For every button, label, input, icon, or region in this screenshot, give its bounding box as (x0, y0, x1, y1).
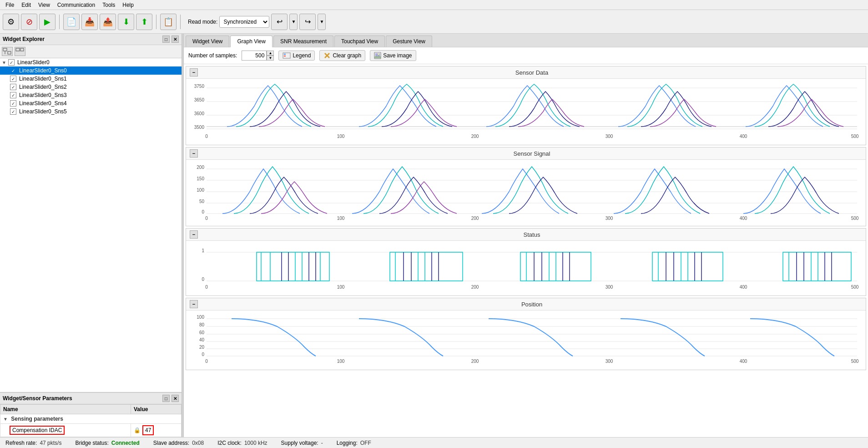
params-col-value: Value (131, 405, 182, 414)
graph-toolbar: Number of samples: ▲ ▼ Legend (184, 47, 868, 64)
params-group-row: ▼ Sensing parameters (0, 414, 182, 424)
clear-graph-icon (323, 52, 331, 59)
position-collapse-btn[interactable]: − (190, 300, 198, 308)
readmode-select[interactable]: Synchronized Free Running (219, 16, 269, 28)
slave-address-value: 0x08 (192, 440, 204, 446)
svg-text:300: 300 (606, 134, 613, 139)
params-compensation-row: Compensation IDAC 🔒 47 (0, 424, 182, 437)
tab-snr-measurement[interactable]: SNR Measurement (273, 36, 333, 47)
logging-value: OFF (360, 440, 371, 446)
widget-collapse-all-btn[interactable] (15, 47, 25, 56)
tab-gesture-view[interactable]: Gesture View (386, 36, 432, 47)
redo-dropdown[interactable]: ▼ (318, 14, 326, 30)
maximize-icon[interactable]: □ (162, 36, 170, 43)
samples-field[interactable] (242, 51, 267, 61)
legend-icon (283, 52, 291, 59)
menu-tools[interactable]: Tools (99, 1, 119, 9)
close-icon[interactable]: ✕ (172, 36, 179, 43)
tab-touchpad-view[interactable]: Touchpad View (334, 36, 385, 47)
menu-communication[interactable]: Communication (54, 1, 99, 9)
position-header: − Position (186, 298, 866, 311)
params-close-icon[interactable]: ✕ (172, 395, 179, 402)
svg-text:0: 0 (202, 209, 204, 214)
sensor-signal-title: Sensor Signal (202, 150, 862, 157)
menu-view[interactable]: View (35, 1, 54, 9)
redo-button[interactable]: ↪ (299, 14, 316, 30)
tree-item-linearslider0[interactable]: ▼ ✓ LinearSlider0 (0, 58, 182, 66)
undo-dropdown[interactable]: ▼ (289, 14, 298, 30)
stop-button[interactable]: ⊘ (21, 14, 37, 30)
sensor-data-title: Sensor Data (202, 69, 862, 76)
tree-item-sns3[interactable]: ✓ LinearSlider0_Sns3 (0, 91, 182, 99)
sensor-data-header: − Sensor Data (186, 66, 866, 79)
tree-check-sns2[interactable]: ✓ (10, 84, 16, 90)
tree-item-sns1[interactable]: ✓ LinearSlider0_Sns1 (0, 75, 182, 83)
i2c-clock-item: I2C clock: 1000 kHz (217, 440, 267, 446)
widget-explorer-tree: ▼ ✓ LinearSlider0 ✓ LinearSlider0_Sns0 ✓… (0, 58, 182, 392)
toolbar-separator-2 (156, 15, 156, 29)
position-title: Position (202, 301, 862, 308)
menu-edit[interactable]: Edit (18, 1, 35, 9)
legend-label: Legend (293, 52, 311, 59)
legend-button[interactable]: Legend (278, 51, 315, 61)
graphs-container: − Sensor Data 3750 3650 3600 3500 (184, 64, 868, 437)
status-title: Status (202, 231, 862, 238)
toolbar: ⚙ ⊘ ▶ 📄 📥 📤 ⬇ ⬆ 📋 Read mode: Synchronize… (0, 10, 868, 34)
menu-help[interactable]: Help (119, 1, 137, 9)
params-value-cell: 🔒 47 (134, 425, 178, 435)
params-group-arrow[interactable]: ▼ (3, 417, 8, 422)
run-button[interactable]: ▶ (39, 14, 56, 30)
tab-graph-view[interactable]: Graph View (230, 36, 272, 47)
save-image-button[interactable]: Save image (370, 50, 416, 61)
tree-label-sns5: LinearSlider0_Sns5 (19, 108, 67, 115)
spin-down[interactable]: ▼ (267, 56, 274, 61)
svg-text:400: 400 (740, 359, 747, 364)
svg-text:200: 200 (197, 165, 204, 170)
clear-graph-button[interactable]: Clear graph (319, 50, 365, 61)
tree-check-sns5[interactable]: ✓ (10, 108, 16, 115)
svg-text:50: 50 (199, 199, 205, 204)
svg-rect-52 (257, 252, 329, 281)
download-button[interactable]: ⬇ (118, 14, 134, 30)
params-title: Widget/Sensor Parameters (3, 395, 72, 402)
svg-text:0: 0 (205, 216, 208, 221)
svg-text:3500: 3500 (194, 125, 205, 130)
undo-button[interactable]: ↩ (271, 14, 288, 30)
import-button[interactable]: 📥 (81, 14, 98, 30)
svg-text:0: 0 (202, 352, 204, 357)
open-button[interactable]: 📄 (63, 14, 80, 30)
supply-voltage-item: Supply voltage: - (281, 440, 323, 446)
refresh-rate-item: Refresh rate: 47 pkts/s (5, 440, 61, 446)
tree-item-sns0[interactable]: ✓ LinearSlider0_Sns0 (0, 66, 182, 75)
tree-check-sns1[interactable]: ✓ (10, 76, 16, 82)
tree-item-sns4[interactable]: ✓ LinearSlider0_Sns4 (0, 99, 182, 107)
tab-widget-view[interactable]: Widget View (186, 36, 229, 47)
svg-text:500: 500 (851, 216, 859, 221)
report-button[interactable]: 📋 (160, 14, 177, 30)
export-button[interactable]: 📤 (100, 14, 116, 30)
slave-address-label: Slave address: (153, 440, 189, 446)
settings-button[interactable]: ⚙ (3, 14, 19, 30)
sensor-signal-canvas: 200 150 100 50 0 0 100 200 300 (186, 160, 866, 226)
svg-text:3600: 3600 (194, 111, 205, 116)
widget-expand-all-btn[interactable] (2, 47, 13, 56)
lock-icon: 🔒 (134, 427, 141, 433)
sensor-signal-collapse-btn[interactable]: − (190, 149, 198, 158)
tree-check-sns4[interactable]: ✓ (10, 100, 16, 107)
svg-text:150: 150 (197, 176, 204, 181)
tree-item-sns2[interactable]: ✓ LinearSlider0_Sns2 (0, 83, 182, 91)
tree-check-sns0[interactable]: ✓ (10, 67, 16, 74)
tree-item-sns5[interactable]: ✓ LinearSlider0_Sns5 (0, 107, 182, 116)
spin-up[interactable]: ▲ (267, 51, 274, 56)
menu-file[interactable]: File (2, 1, 18, 9)
tree-check-linearslider0[interactable]: ✓ (8, 59, 15, 66)
svg-text:200: 200 (471, 216, 479, 221)
sensor-data-canvas: 3750 3650 3600 3500 0 100 200 300 (186, 79, 866, 145)
upload-button[interactable]: ⬆ (136, 14, 152, 30)
sensor-data-collapse-btn[interactable]: − (190, 68, 198, 76)
status-collapse-btn[interactable]: − (190, 230, 198, 239)
params-maximize-icon[interactable]: □ (162, 395, 170, 402)
tree-check-sns3[interactable]: ✓ (10, 92, 16, 98)
svg-text:500: 500 (851, 134, 859, 139)
compensation-value[interactable]: 47 (142, 425, 154, 435)
